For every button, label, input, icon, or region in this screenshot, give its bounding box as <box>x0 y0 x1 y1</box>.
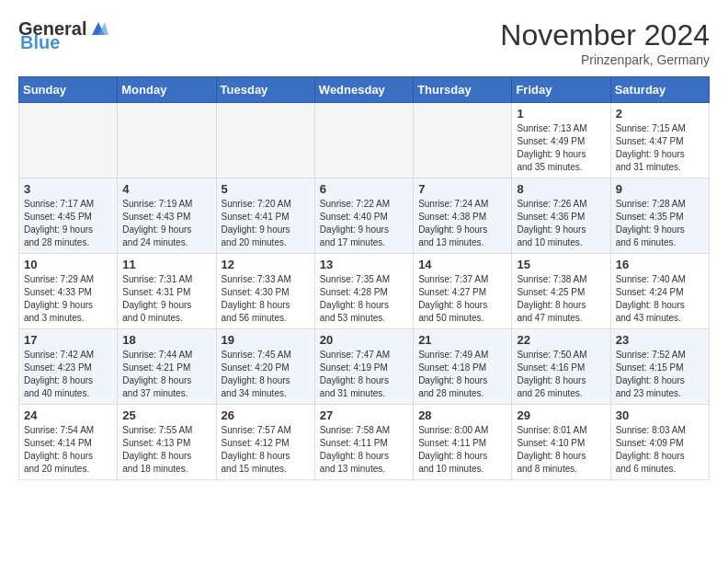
table-row: 20Sunrise: 7:47 AM Sunset: 4:19 PM Dayli… <box>314 329 413 405</box>
day-number: 16 <box>616 258 704 271</box>
col-wednesday: Wednesday <box>314 77 413 103</box>
table-row: 29Sunrise: 8:01 AM Sunset: 4:10 PM Dayli… <box>512 405 610 480</box>
table-row: 28Sunrise: 8:00 AM Sunset: 4:11 PM Dayli… <box>414 405 512 480</box>
table-row: 26Sunrise: 7:57 AM Sunset: 4:12 PM Dayli… <box>216 405 314 480</box>
day-info: Sunrise: 7:40 AM Sunset: 4:24 PM Dayligh… <box>616 273 704 325</box>
day-number: 26 <box>222 408 310 422</box>
table-row: 27Sunrise: 7:58 AM Sunset: 4:11 PM Dayli… <box>314 405 413 480</box>
logo-icon <box>88 18 108 39</box>
day-number: 19 <box>222 333 310 347</box>
day-info: Sunrise: 7:44 AM Sunset: 4:21 PM Dayligh… <box>122 349 210 400</box>
table-row: 17Sunrise: 7:42 AM Sunset: 4:23 PM Dayli… <box>19 329 118 405</box>
day-number: 13 <box>320 258 408 271</box>
day-number: 3 <box>24 182 112 196</box>
day-info: Sunrise: 7:13 AM Sunset: 4:49 PM Dayligh… <box>517 122 605 174</box>
day-number: 15 <box>517 258 605 271</box>
day-info: Sunrise: 7:29 AM Sunset: 4:33 PM Dayligh… <box>24 273 112 325</box>
day-info: Sunrise: 7:26 AM Sunset: 4:36 PM Dayligh… <box>517 198 605 249</box>
day-info: Sunrise: 7:28 AM Sunset: 4:35 PM Dayligh… <box>616 198 704 249</box>
table-row: 23Sunrise: 7:52 AM Sunset: 4:15 PM Dayli… <box>610 329 709 405</box>
day-number: 20 <box>320 333 408 347</box>
table-row: 21Sunrise: 7:49 AM Sunset: 4:18 PM Dayli… <box>414 329 512 405</box>
day-info: Sunrise: 7:38 AM Sunset: 4:25 PM Dayligh… <box>517 273 605 325</box>
day-number: 1 <box>517 107 605 121</box>
day-info: Sunrise: 7:42 AM Sunset: 4:23 PM Dayligh… <box>24 349 112 400</box>
calendar-table: Sunday Monday Tuesday Wednesday Thursday… <box>18 76 710 480</box>
table-row: 6Sunrise: 7:22 AM Sunset: 4:40 PM Daylig… <box>314 178 413 254</box>
table-row: 3Sunrise: 7:17 AM Sunset: 4:45 PM Daylig… <box>19 178 118 254</box>
day-info: Sunrise: 7:24 AM Sunset: 4:38 PM Dayligh… <box>418 198 506 249</box>
day-info: Sunrise: 7:20 AM Sunset: 4:41 PM Dayligh… <box>222 198 310 249</box>
title-area: November 2024 Prinzenpark, Germany <box>500 18 710 67</box>
day-number: 29 <box>517 408 605 422</box>
table-row: 25Sunrise: 7:55 AM Sunset: 4:13 PM Dayli… <box>118 405 216 480</box>
day-number: 22 <box>517 333 605 347</box>
table-row: 9Sunrise: 7:28 AM Sunset: 4:35 PM Daylig… <box>610 178 709 254</box>
day-info: Sunrise: 8:03 AM Sunset: 4:09 PM Dayligh… <box>616 424 704 476</box>
day-info: Sunrise: 7:22 AM Sunset: 4:40 PM Dayligh… <box>320 198 408 249</box>
day-number: 9 <box>616 182 704 196</box>
day-info: Sunrise: 7:17 AM Sunset: 4:45 PM Dayligh… <box>24 198 112 249</box>
page-header: General Blue November 2024 Prinzenpark, … <box>18 18 710 67</box>
month-title: November 2024 <box>500 18 710 52</box>
day-number: 10 <box>24 258 112 271</box>
day-info: Sunrise: 7:49 AM Sunset: 4:18 PM Dayligh… <box>418 349 506 400</box>
day-number: 23 <box>616 333 704 347</box>
table-row <box>314 103 413 178</box>
logo: General Blue <box>18 18 108 52</box>
day-info: Sunrise: 7:52 AM Sunset: 4:15 PM Dayligh… <box>616 349 704 400</box>
table-row: 5Sunrise: 7:20 AM Sunset: 4:41 PM Daylig… <box>216 178 314 254</box>
table-row: 7Sunrise: 7:24 AM Sunset: 4:38 PM Daylig… <box>414 178 512 254</box>
table-row: 15Sunrise: 7:38 AM Sunset: 4:25 PM Dayli… <box>512 254 610 329</box>
day-number: 27 <box>320 408 408 422</box>
day-info: Sunrise: 7:31 AM Sunset: 4:31 PM Dayligh… <box>122 273 210 325</box>
table-row: 10Sunrise: 7:29 AM Sunset: 4:33 PM Dayli… <box>19 254 118 329</box>
day-number: 4 <box>122 182 210 196</box>
day-number: 12 <box>222 258 310 271</box>
table-row: 18Sunrise: 7:44 AM Sunset: 4:21 PM Dayli… <box>118 329 216 405</box>
day-number: 18 <box>122 333 210 347</box>
logo-blue: Blue <box>20 33 60 52</box>
header-row: Sunday Monday Tuesday Wednesday Thursday… <box>19 77 710 103</box>
table-row <box>414 103 512 178</box>
table-row: 19Sunrise: 7:45 AM Sunset: 4:20 PM Dayli… <box>216 329 314 405</box>
col-sunday: Sunday <box>19 77 118 103</box>
day-number: 17 <box>24 333 112 347</box>
day-info: Sunrise: 7:19 AM Sunset: 4:43 PM Dayligh… <box>122 198 210 249</box>
day-info: Sunrise: 7:33 AM Sunset: 4:30 PM Dayligh… <box>222 273 310 325</box>
table-row: 16Sunrise: 7:40 AM Sunset: 4:24 PM Dayli… <box>610 254 709 329</box>
day-info: Sunrise: 7:47 AM Sunset: 4:19 PM Dayligh… <box>320 349 408 400</box>
day-info: Sunrise: 7:50 AM Sunset: 4:16 PM Dayligh… <box>517 349 605 400</box>
day-number: 28 <box>418 408 506 422</box>
day-info: Sunrise: 7:37 AM Sunset: 4:27 PM Dayligh… <box>418 273 506 325</box>
day-info: Sunrise: 7:35 AM Sunset: 4:28 PM Dayligh… <box>320 273 408 325</box>
day-number: 7 <box>418 182 506 196</box>
table-row: 8Sunrise: 7:26 AM Sunset: 4:36 PM Daylig… <box>512 178 610 254</box>
table-row: 30Sunrise: 8:03 AM Sunset: 4:09 PM Dayli… <box>610 405 709 480</box>
day-info: Sunrise: 7:57 AM Sunset: 4:12 PM Dayligh… <box>222 424 310 476</box>
day-number: 25 <box>122 408 210 422</box>
table-row <box>216 103 314 178</box>
table-row <box>118 103 216 178</box>
day-info: Sunrise: 7:45 AM Sunset: 4:20 PM Dayligh… <box>222 349 310 400</box>
col-saturday: Saturday <box>610 77 709 103</box>
table-row: 4Sunrise: 7:19 AM Sunset: 4:43 PM Daylig… <box>118 178 216 254</box>
table-row: 22Sunrise: 7:50 AM Sunset: 4:16 PM Dayli… <box>512 329 610 405</box>
day-info: Sunrise: 8:01 AM Sunset: 4:10 PM Dayligh… <box>517 424 605 476</box>
col-tuesday: Tuesday <box>216 77 314 103</box>
col-friday: Friday <box>512 77 610 103</box>
col-thursday: Thursday <box>414 77 512 103</box>
table-row: 11Sunrise: 7:31 AM Sunset: 4:31 PM Dayli… <box>118 254 216 329</box>
day-number: 2 <box>616 107 704 121</box>
day-info: Sunrise: 8:00 AM Sunset: 4:11 PM Dayligh… <box>418 424 506 476</box>
table-row <box>19 103 118 178</box>
day-info: Sunrise: 7:55 AM Sunset: 4:13 PM Dayligh… <box>122 424 210 476</box>
day-number: 14 <box>418 258 506 271</box>
table-row: 14Sunrise: 7:37 AM Sunset: 4:27 PM Dayli… <box>414 254 512 329</box>
col-monday: Monday <box>118 77 216 103</box>
day-info: Sunrise: 7:58 AM Sunset: 4:11 PM Dayligh… <box>320 424 408 476</box>
day-number: 6 <box>320 182 408 196</box>
day-number: 24 <box>24 408 112 422</box>
table-row: 12Sunrise: 7:33 AM Sunset: 4:30 PM Dayli… <box>216 254 314 329</box>
table-row: 1Sunrise: 7:13 AM Sunset: 4:49 PM Daylig… <box>512 103 610 178</box>
